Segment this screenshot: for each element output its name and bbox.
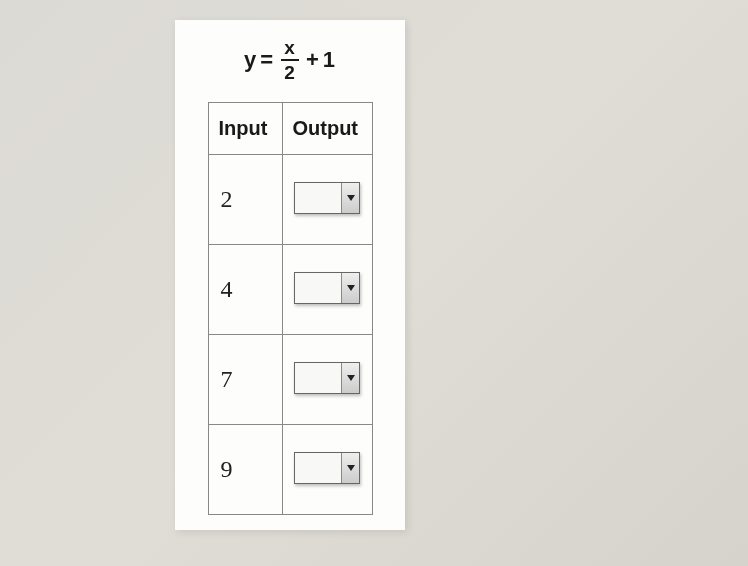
output-dropdown-2[interactable] [294,362,360,394]
table-row: 2 [208,155,372,245]
table-header-row: Input Output [208,103,372,155]
equation-constant: 1 [323,47,336,73]
worksheet-container: y = x 2 + 1 Input Output 2 [175,20,405,530]
header-input: Input [208,103,282,155]
table-row: 4 [208,245,372,335]
output-dropdown-1[interactable] [294,272,360,304]
output-cell [282,425,372,515]
io-table: Input Output 2 4 [208,102,373,515]
chevron-down-icon [341,183,359,213]
output-cell [282,245,372,335]
fraction-denominator: 2 [281,59,299,82]
input-cell: 4 [208,245,282,335]
output-dropdown-3[interactable] [294,452,360,484]
chevron-down-icon [341,453,359,483]
input-cell: 7 [208,335,282,425]
fraction-numerator: x [284,38,296,59]
equation-equals: = [260,47,274,73]
dropdown-value [295,363,341,393]
chevron-down-icon [341,273,359,303]
chevron-down-icon [341,363,359,393]
equation: y = x 2 + 1 [175,38,405,82]
output-cell [282,155,372,245]
svg-marker-3 [347,465,355,471]
svg-marker-2 [347,375,355,381]
equation-plus: + [306,47,320,73]
input-cell: 2 [208,155,282,245]
svg-marker-0 [347,195,355,201]
output-cell [282,335,372,425]
svg-marker-1 [347,285,355,291]
header-output: Output [282,103,372,155]
input-cell: 9 [208,425,282,515]
table-row: 9 [208,425,372,515]
output-dropdown-0[interactable] [294,182,360,214]
dropdown-value [295,453,341,483]
equation-lhs: y [244,47,257,73]
dropdown-value [295,183,341,213]
equation-fraction: x 2 [281,38,299,82]
dropdown-value [295,273,341,303]
table-row: 7 [208,335,372,425]
